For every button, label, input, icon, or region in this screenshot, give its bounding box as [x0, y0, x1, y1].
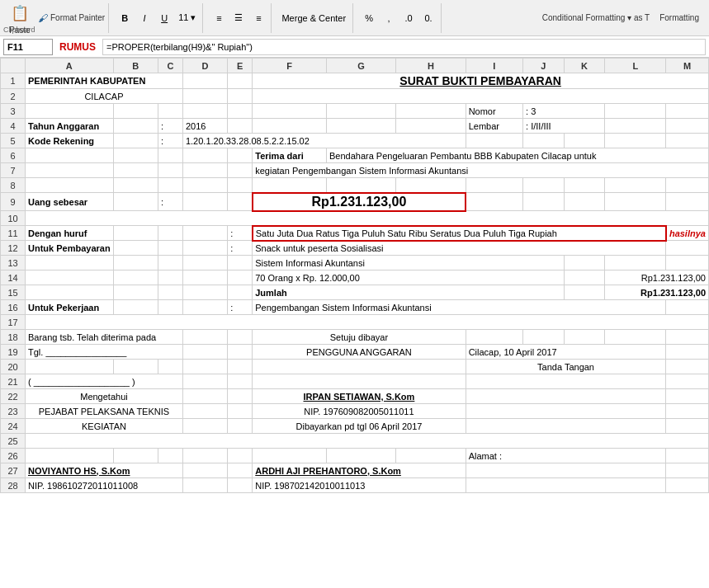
cell-L4[interactable] — [605, 119, 666, 134]
cell-reference-input[interactable] — [3, 39, 53, 55]
row-header-8[interactable]: 8 — [1, 178, 26, 193]
row-header-14[interactable]: 14 — [1, 270, 26, 285]
row-header-27[interactable]: 27 — [1, 463, 26, 478]
cell-I20[interactable]: Tanda Tangan — [466, 360, 666, 374]
cell-L3[interactable] — [605, 104, 666, 119]
cell-B13[interactable] — [113, 256, 158, 270]
cell-E2[interactable] — [228, 89, 253, 104]
col-header-G[interactable]: G — [326, 59, 395, 73]
cell-M9[interactable] — [666, 193, 709, 211]
row-header-12[interactable]: 12 — [1, 241, 26, 256]
row-header-25[interactable]: 25 — [1, 434, 26, 449]
cell-C16[interactable] — [158, 300, 182, 315]
cell-I27[interactable] — [466, 463, 666, 478]
cell-M19[interactable] — [666, 345, 709, 360]
cell-B5[interactable] — [113, 134, 158, 148]
col-header-E[interactable]: E — [228, 59, 253, 73]
cell-M13[interactable] — [666, 256, 709, 270]
cell-A21[interactable]: ( ___________________ ) — [26, 374, 183, 389]
cell-K15[interactable] — [564, 285, 605, 300]
cell-E8[interactable] — [228, 178, 253, 193]
cell-A10[interactable] — [26, 211, 709, 226]
cell-C26[interactable] — [158, 449, 182, 463]
row-header-22[interactable]: 22 — [1, 389, 26, 404]
cell-D8[interactable] — [182, 178, 227, 193]
cell-F26[interactable] — [253, 449, 327, 463]
row-header-20[interactable]: 20 — [1, 360, 26, 374]
cell-M22[interactable] — [666, 389, 709, 404]
col-header-F[interactable]: F — [253, 59, 327, 73]
cell-D13[interactable] — [182, 256, 227, 270]
cell-I26[interactable]: Alamat : — [466, 449, 666, 463]
cell-G8[interactable] — [326, 178, 395, 193]
cell-J18[interactable] — [523, 330, 565, 345]
row-header-1[interactable]: 1 — [1, 73, 26, 89]
cell-E12[interactable]: : — [228, 241, 253, 256]
cell-J9[interactable] — [523, 193, 565, 211]
align-left-button[interactable]: ≡ — [210, 9, 228, 27]
cell-F21[interactable] — [253, 374, 466, 389]
cell-I22[interactable] — [466, 389, 666, 404]
col-header-B[interactable]: B — [113, 59, 158, 73]
italic-button[interactable]: I — [135, 9, 154, 27]
cell-E26[interactable] — [228, 449, 253, 463]
cell-C13[interactable] — [158, 256, 182, 270]
cell-F28[interactable]: NIP. 198702142010011013 — [253, 478, 466, 493]
font-size-button[interactable]: 11 ▾ — [175, 9, 199, 27]
align-center-button[interactable]: ☰ — [229, 9, 248, 27]
cell-A2[interactable]: CILACAP — [26, 89, 183, 104]
cell-M8[interactable] — [666, 178, 709, 193]
cell-A12[interactable]: Untuk Pembayaran — [26, 241, 114, 256]
col-header-C[interactable]: C — [158, 59, 182, 73]
cell-G26[interactable] — [326, 449, 395, 463]
cell-F13[interactable]: Sistem Informasi Akuntansi — [253, 256, 564, 270]
cell-B12[interactable] — [113, 241, 158, 256]
cell-M3[interactable] — [666, 104, 709, 119]
cell-M5[interactable] — [666, 134, 709, 148]
cell-F9[interactable]: Rp1.231.123,00 — [253, 193, 466, 211]
cell-B8[interactable] — [113, 178, 158, 193]
cell-F15[interactable]: Jumlah — [253, 285, 564, 300]
cell-C5[interactable]: : — [158, 134, 182, 148]
decrease-decimal-button[interactable]: 0. — [419, 9, 437, 27]
cell-K8[interactable] — [564, 178, 605, 193]
cell-F1[interactable]: SURAT BUKTI PEMBAYARAN — [253, 73, 709, 89]
row-header-28[interactable]: 28 — [1, 478, 26, 493]
cell-D24[interactable] — [182, 419, 227, 434]
cell-M11[interactable]: hasilnya — [666, 226, 709, 241]
col-header-L[interactable]: L — [605, 59, 666, 73]
cell-E23[interactable] — [228, 404, 253, 419]
cell-E22[interactable] — [228, 389, 253, 404]
cell-K13[interactable] — [564, 256, 605, 270]
cell-I28[interactable] — [466, 478, 666, 493]
row-header-13[interactable]: 13 — [1, 256, 26, 270]
cell-D14[interactable] — [182, 270, 227, 285]
cell-H26[interactable] — [396, 449, 466, 463]
row-header-10[interactable]: 10 — [1, 211, 26, 226]
row-header-26[interactable]: 26 — [1, 449, 26, 463]
col-header-A[interactable]: A — [26, 59, 114, 73]
cell-H8[interactable] — [396, 178, 466, 193]
cell-E4[interactable] — [228, 119, 253, 134]
cell-C15[interactable] — [158, 285, 182, 300]
row-header-6[interactable]: 6 — [1, 148, 26, 163]
cell-E27[interactable] — [228, 463, 253, 478]
cell-D26[interactable] — [182, 449, 227, 463]
cell-B11[interactable] — [113, 226, 158, 241]
cell-B6[interactable] — [113, 148, 158, 163]
cell-L5[interactable] — [605, 134, 666, 148]
cell-F4[interactable] — [253, 119, 327, 134]
cell-D12[interactable] — [182, 241, 227, 256]
cell-K14[interactable] — [564, 270, 605, 285]
cell-I21[interactable] — [466, 374, 666, 389]
col-header-H[interactable]: H — [396, 59, 466, 73]
cell-A22[interactable]: Mengetahui — [26, 389, 183, 404]
cell-E19[interactable] — [228, 345, 253, 360]
cell-F19[interactable]: PENGGUNA ANGGARAN — [253, 345, 466, 360]
cell-E6[interactable] — [228, 148, 253, 163]
cell-L9[interactable] — [605, 193, 666, 211]
cell-D7[interactable] — [182, 163, 227, 178]
cell-J4[interactable]: : I/II/III — [523, 119, 605, 134]
cell-E7[interactable] — [228, 163, 253, 178]
cell-M24[interactable] — [666, 419, 709, 434]
